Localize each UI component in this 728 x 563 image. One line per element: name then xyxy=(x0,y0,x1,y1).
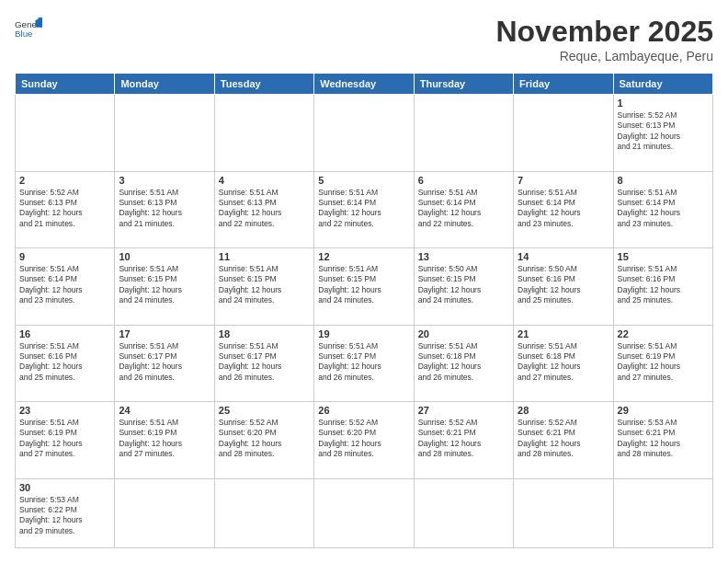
calendar-cell: 25Sunrise: 5:52 AM Sunset: 6:20 PM Dayli… xyxy=(214,402,313,479)
calendar-cell: 26Sunrise: 5:52 AM Sunset: 6:20 PM Dayli… xyxy=(314,402,414,479)
day-number: 30 xyxy=(19,482,110,493)
day-number: 29 xyxy=(618,405,709,416)
calendar-cell: 2Sunrise: 5:52 AM Sunset: 6:13 PM Daylig… xyxy=(16,171,115,248)
calendar-cell: 15Sunrise: 5:51 AM Sunset: 6:16 PM Dayli… xyxy=(613,248,712,326)
day-number: 9 xyxy=(19,251,110,262)
calendar-week-row: 9Sunrise: 5:51 AM Sunset: 6:14 PM Daylig… xyxy=(16,248,713,326)
calendar-cell xyxy=(514,95,613,172)
weekday-header-monday: Monday xyxy=(115,74,214,95)
calendar-cell xyxy=(314,478,414,548)
day-info: Sunrise: 5:52 AM Sunset: 6:21 PM Dayligh… xyxy=(418,418,509,460)
day-number: 18 xyxy=(219,328,310,339)
svg-text:Blue: Blue xyxy=(15,29,33,39)
calendar-week-row: 23Sunrise: 5:51 AM Sunset: 6:19 PM Dayli… xyxy=(16,402,713,479)
calendar-week-row: 1Sunrise: 5:52 AM Sunset: 6:13 PM Daylig… xyxy=(16,95,713,172)
day-info: Sunrise: 5:51 AM Sunset: 6:15 PM Dayligh… xyxy=(318,264,409,306)
day-number: 6 xyxy=(418,175,509,186)
day-number: 20 xyxy=(418,328,509,339)
day-number: 27 xyxy=(418,405,509,416)
calendar-cell: 13Sunrise: 5:50 AM Sunset: 6:15 PM Dayli… xyxy=(414,248,513,326)
calendar-cell: 27Sunrise: 5:52 AM Sunset: 6:21 PM Dayli… xyxy=(414,402,513,479)
calendar-cell: 8Sunrise: 5:51 AM Sunset: 6:14 PM Daylig… xyxy=(613,171,712,248)
day-number: 14 xyxy=(518,251,609,262)
calendar-header: General Blue November 2025 Reque, Lambay… xyxy=(15,15,713,63)
day-info: Sunrise: 5:51 AM Sunset: 6:13 PM Dayligh… xyxy=(219,188,310,230)
weekday-header-thursday: Thursday xyxy=(414,74,513,95)
calendar-cell: 5Sunrise: 5:51 AM Sunset: 6:14 PM Daylig… xyxy=(314,171,414,248)
day-info: Sunrise: 5:51 AM Sunset: 6:14 PM Dayligh… xyxy=(618,188,709,230)
calendar-cell xyxy=(414,478,513,548)
location-title: Reque, Lambayeque, Peru xyxy=(495,49,713,63)
calendar-cell: 10Sunrise: 5:51 AM Sunset: 6:15 PM Dayli… xyxy=(115,248,214,326)
day-number: 26 xyxy=(318,405,409,416)
day-number: 12 xyxy=(318,251,409,262)
weekday-header-wednesday: Wednesday xyxy=(314,74,414,95)
logo: General Blue xyxy=(15,15,42,42)
day-info: Sunrise: 5:51 AM Sunset: 6:18 PM Dayligh… xyxy=(418,341,509,384)
calendar-cell: 29Sunrise: 5:53 AM Sunset: 6:21 PM Dayli… xyxy=(613,402,712,479)
calendar-cell: 18Sunrise: 5:51 AM Sunset: 6:17 PM Dayli… xyxy=(214,325,313,402)
calendar-cell xyxy=(613,478,712,548)
day-number: 2 xyxy=(19,175,110,186)
day-number: 1 xyxy=(618,98,709,109)
day-info: Sunrise: 5:51 AM Sunset: 6:19 PM Dayligh… xyxy=(19,418,110,460)
day-info: Sunrise: 5:51 AM Sunset: 6:17 PM Dayligh… xyxy=(219,341,310,384)
day-number: 5 xyxy=(318,175,409,186)
day-number: 13 xyxy=(418,251,509,262)
day-info: Sunrise: 5:53 AM Sunset: 6:21 PM Dayligh… xyxy=(618,418,709,460)
day-info: Sunrise: 5:53 AM Sunset: 6:22 PM Dayligh… xyxy=(19,495,110,537)
day-info: Sunrise: 5:51 AM Sunset: 6:13 PM Dayligh… xyxy=(119,188,210,230)
day-info: Sunrise: 5:51 AM Sunset: 6:14 PM Dayligh… xyxy=(418,188,509,230)
title-block: November 2025 Reque, Lambayeque, Peru xyxy=(495,15,713,63)
day-number: 23 xyxy=(19,405,110,416)
weekday-header-saturday: Saturday xyxy=(613,74,712,95)
calendar-cell xyxy=(16,95,115,172)
calendar-table: SundayMondayTuesdayWednesdayThursdayFrid… xyxy=(15,73,713,548)
day-number: 4 xyxy=(219,175,310,186)
calendar-week-row: 30Sunrise: 5:53 AM Sunset: 6:22 PM Dayli… xyxy=(16,478,713,548)
calendar-cell: 19Sunrise: 5:51 AM Sunset: 6:17 PM Dayli… xyxy=(314,325,414,402)
day-number: 24 xyxy=(119,405,210,416)
calendar-cell: 7Sunrise: 5:51 AM Sunset: 6:14 PM Daylig… xyxy=(514,171,613,248)
day-info: Sunrise: 5:51 AM Sunset: 6:14 PM Dayligh… xyxy=(19,264,110,306)
calendar-cell xyxy=(115,95,214,172)
day-info: Sunrise: 5:51 AM Sunset: 6:17 PM Dayligh… xyxy=(119,341,210,384)
calendar-cell: 30Sunrise: 5:53 AM Sunset: 6:22 PM Dayli… xyxy=(16,478,115,548)
calendar-cell: 24Sunrise: 5:51 AM Sunset: 6:19 PM Dayli… xyxy=(115,402,214,479)
day-info: Sunrise: 5:52 AM Sunset: 6:13 PM Dayligh… xyxy=(19,188,110,230)
day-info: Sunrise: 5:51 AM Sunset: 6:19 PM Dayligh… xyxy=(618,341,709,384)
calendar-cell: 16Sunrise: 5:51 AM Sunset: 6:16 PM Dayli… xyxy=(16,325,115,402)
day-number: 28 xyxy=(518,405,609,416)
calendar-cell: 22Sunrise: 5:51 AM Sunset: 6:19 PM Dayli… xyxy=(613,325,712,402)
day-number: 17 xyxy=(119,328,210,339)
day-info: Sunrise: 5:51 AM Sunset: 6:19 PM Dayligh… xyxy=(119,418,210,460)
calendar-cell: 1Sunrise: 5:52 AM Sunset: 6:13 PM Daylig… xyxy=(613,95,712,172)
generalblue-logo-icon: General Blue xyxy=(15,15,42,42)
day-number: 7 xyxy=(518,175,609,186)
calendar-cell: 9Sunrise: 5:51 AM Sunset: 6:14 PM Daylig… xyxy=(16,248,115,326)
weekday-header-friday: Friday xyxy=(514,74,613,95)
day-info: Sunrise: 5:50 AM Sunset: 6:16 PM Dayligh… xyxy=(518,264,609,306)
month-title: November 2025 xyxy=(495,15,713,49)
calendar-cell xyxy=(115,478,214,548)
day-info: Sunrise: 5:51 AM Sunset: 6:16 PM Dayligh… xyxy=(618,264,709,306)
day-info: Sunrise: 5:51 AM Sunset: 6:14 PM Dayligh… xyxy=(518,188,609,230)
day-info: Sunrise: 5:52 AM Sunset: 6:13 PM Dayligh… xyxy=(618,110,709,153)
day-number: 16 xyxy=(19,328,110,339)
calendar-cell: 20Sunrise: 5:51 AM Sunset: 6:18 PM Dayli… xyxy=(414,325,513,402)
calendar-cell xyxy=(314,95,414,172)
calendar-cell: 14Sunrise: 5:50 AM Sunset: 6:16 PM Dayli… xyxy=(514,248,613,326)
day-number: 19 xyxy=(318,328,409,339)
day-info: Sunrise: 5:52 AM Sunset: 6:20 PM Dayligh… xyxy=(219,418,310,460)
day-info: Sunrise: 5:51 AM Sunset: 6:18 PM Dayligh… xyxy=(518,341,609,384)
day-info: Sunrise: 5:51 AM Sunset: 6:16 PM Dayligh… xyxy=(19,341,110,384)
day-number: 3 xyxy=(119,175,210,186)
day-number: 8 xyxy=(618,175,709,186)
day-info: Sunrise: 5:51 AM Sunset: 6:17 PM Dayligh… xyxy=(318,341,409,384)
calendar-cell xyxy=(214,95,313,172)
calendar-cell xyxy=(414,95,513,172)
calendar-cell xyxy=(214,478,313,548)
weekday-header-tuesday: Tuesday xyxy=(214,74,313,95)
day-number: 11 xyxy=(219,251,310,262)
day-info: Sunrise: 5:51 AM Sunset: 6:14 PM Dayligh… xyxy=(318,188,409,230)
